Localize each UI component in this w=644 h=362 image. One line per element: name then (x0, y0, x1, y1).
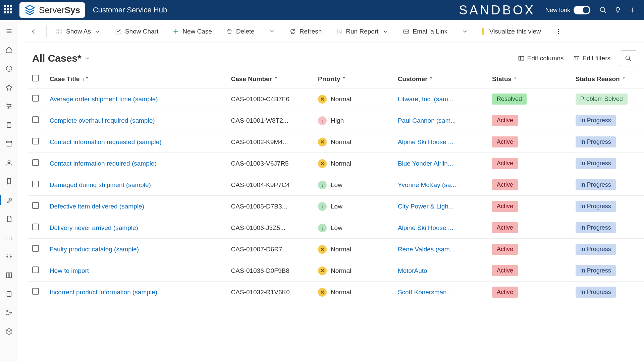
status-badge: Active (492, 115, 518, 126)
show-as-button[interactable]: Show As (50, 24, 107, 39)
row-checkbox[interactable] (32, 202, 39, 209)
grid-search-button[interactable] (620, 50, 636, 66)
clipboard-icon[interactable] (3, 119, 15, 131)
case-title-link[interactable]: Faulty product catalog (sample) (50, 246, 139, 253)
chevron-down-icon (269, 28, 275, 35)
table-row[interactable]: Damaged during shipment (sample)CAS-0100… (28, 174, 644, 196)
lightbulb-icon[interactable] (610, 3, 625, 17)
edit-filters-button[interactable]: Edit filters (573, 55, 610, 62)
table-row[interactable]: Complete overhaul required (sample)CAS-0… (28, 110, 644, 131)
col-case-title[interactable]: Case Title ↑ ˅ (46, 70, 227, 88)
customer-link[interactable]: Alpine Ski House ... (398, 224, 453, 231)
table-row[interactable]: Faulty product catalog (sample)CAS-01007… (28, 239, 644, 260)
case-title-link[interactable]: Delivery never arrived (sample) (50, 224, 138, 231)
show-chart-button[interactable]: Show Chart (109, 24, 164, 39)
refresh-button[interactable]: Refresh (283, 24, 328, 39)
table-row[interactable]: Incorrect product information (sample)CA… (28, 282, 644, 303)
case-title-link[interactable]: How to import (50, 267, 89, 274)
col-reason[interactable]: Status Reason ˅ (572, 70, 644, 88)
app-logo[interactable]: ServerSys (19, 2, 85, 18)
customer-link[interactable]: Blue Yonder Airlin... (398, 160, 453, 167)
row-checkbox[interactable] (32, 266, 39, 273)
case-title-link[interactable]: Damaged during shipment (sample) (50, 181, 151, 188)
archive-icon[interactable] (3, 138, 15, 149)
customer-link[interactable]: Scott Konersman... (398, 289, 452, 296)
status-reason-badge: Problem Solved (576, 94, 628, 105)
row-checkbox[interactable] (32, 181, 39, 187)
case-title-link[interactable]: Defective item delivered (sample) (50, 203, 144, 210)
case-title-link[interactable]: Complete overhaul required (sample) (50, 117, 155, 124)
nav-rail (0, 20, 18, 362)
row-checkbox[interactable] (32, 95, 39, 102)
overflow-button[interactable] (549, 25, 568, 38)
email-link-button[interactable]: Email a Link (397, 24, 454, 39)
search-icon[interactable] (596, 3, 610, 17)
edit-columns-button[interactable]: Edit columns (518, 55, 564, 62)
table-row[interactable]: Delivery never arrived (sample)CAS-01006… (28, 217, 644, 239)
row-checkbox[interactable] (32, 224, 39, 230)
customer-link[interactable]: City Power & Ligh... (398, 203, 454, 210)
booklet-icon[interactable] (3, 288, 15, 300)
wrench-icon[interactable] (3, 194, 15, 206)
customer-link[interactable]: Rene Valdes (sam... (398, 246, 455, 253)
delete-button[interactable]: Delete (220, 24, 261, 39)
visualize-button[interactable]: Visualize this view (476, 24, 547, 39)
table-row[interactable]: Contact information required (sample)CAS… (28, 153, 644, 174)
customer-link[interactable]: Alpine Ski House ... (398, 138, 453, 145)
run-report-button[interactable]: Run Report (330, 24, 394, 39)
customer-link[interactable]: Paul Cannon (sam... (398, 117, 456, 124)
app-header: ServerSys Customer Service Hub SANDBOX N… (0, 0, 644, 20)
view-selector[interactable]: All Cases* (32, 53, 90, 64)
col-priority[interactable]: Priority ˅ (314, 70, 394, 88)
status-reason-badge: In Progress (576, 201, 616, 212)
customer-link[interactable]: MotorAuto (398, 267, 427, 274)
customer-link[interactable]: Litware, Inc. (sam... (398, 96, 453, 103)
priority-label: High (331, 117, 344, 124)
home-icon[interactable] (3, 44, 15, 56)
chart-icon[interactable] (3, 232, 15, 243)
visualize-label: Visualize this view (489, 28, 541, 35)
row-checkbox[interactable] (32, 159, 39, 166)
app-launcher-icon[interactable] (4, 5, 13, 15)
row-checkbox[interactable] (32, 138, 39, 144)
email-link-dropdown[interactable] (455, 25, 474, 38)
user-icon[interactable] (3, 157, 15, 168)
new-case-button[interactable]: New Case (166, 24, 218, 39)
recent-icon[interactable] (3, 63, 15, 74)
book-icon[interactable] (3, 269, 15, 281)
new-look-toggle[interactable] (574, 6, 590, 14)
priority-icon: ↓ (318, 202, 327, 211)
row-checkbox[interactable] (32, 288, 39, 295)
sparkle-icon[interactable] (3, 251, 15, 262)
priority-label: Normal (331, 246, 351, 253)
case-title-link[interactable]: Contact information requested (sample) (50, 138, 162, 145)
row-checkbox[interactable] (32, 245, 39, 252)
case-title-link[interactable]: Incorrect product information (sample) (50, 289, 157, 296)
customer-link[interactable]: Yvonne McKay (sa... (398, 181, 456, 188)
case-number-cell: CAS-01000-C4B7F6 (227, 88, 314, 110)
priority-label: Normal (331, 160, 351, 167)
hamburger-icon[interactable] (3, 25, 15, 37)
table-row[interactable]: Defective item delivered (sample)CAS-010… (28, 196, 644, 217)
col-status[interactable]: Status ˅ (488, 70, 572, 88)
row-checkbox[interactable] (32, 116, 39, 123)
document-icon[interactable] (3, 213, 15, 225)
settings-icon[interactable] (3, 101, 15, 112)
priority-cell: ↓Low (318, 224, 390, 232)
col-customer[interactable]: Customer ˅ (394, 70, 488, 88)
case-title-link[interactable]: Contact information required (sample) (50, 160, 157, 167)
back-button[interactable] (24, 25, 43, 38)
table-row[interactable]: Average order shipment time (sample)CAS-… (28, 88, 644, 110)
bookmark-icon[interactable] (3, 176, 15, 187)
delete-dropdown[interactable] (263, 25, 281, 38)
new-look-label: New look (545, 7, 570, 14)
cube-icon[interactable] (3, 326, 15, 337)
pinned-icon[interactable] (3, 82, 15, 93)
select-all-checkbox[interactable] (28, 70, 46, 88)
plus-icon[interactable] (625, 3, 640, 17)
table-row[interactable]: How to importCAS-01036-D0F9B8✕NormalMoto… (28, 260, 644, 282)
case-title-link[interactable]: Average order shipment time (sample) (50, 96, 158, 103)
tree-icon[interactable] (3, 307, 15, 318)
table-row[interactable]: Contact information requested (sample)CA… (28, 131, 644, 153)
col-case-number[interactable]: Case Number ˅ (227, 70, 314, 88)
